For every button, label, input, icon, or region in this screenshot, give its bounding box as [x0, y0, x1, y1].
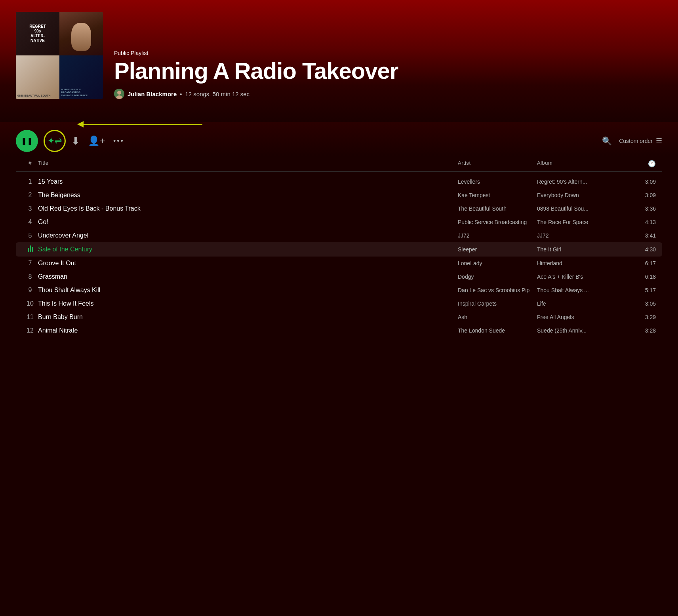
track-number: 1 [22, 178, 38, 185]
track-row[interactable]: 7Groove It OutLoneLadyHinterland6:17 [16, 257, 662, 270]
pause-icon: ❚❚ [21, 137, 33, 145]
owner-name[interactable]: Julian Blackmore [128, 91, 177, 97]
track-row[interactable]: Sale of the CenturySleeperThe It Girl4:3… [16, 242, 662, 257]
track-artist[interactable]: The London Suede [458, 327, 537, 334]
arrow-line [84, 124, 202, 125]
track-number: 5 [22, 232, 38, 239]
track-number: 8 [22, 273, 38, 280]
track-title-col: Burn Baby Burn [38, 314, 458, 321]
playlist-type: Public Playlist [114, 50, 662, 56]
track-album[interactable]: Life [537, 300, 624, 307]
track-album[interactable]: Suede (25th Anniv... [537, 327, 624, 334]
track-duration: 5:17 [624, 287, 656, 293]
track-title: Groove It Out [38, 260, 458, 267]
track-artist[interactable]: LoneLady [458, 260, 537, 266]
track-row[interactable]: 2The BeigenessKae TempestEverybody Down3… [16, 188, 662, 202]
track-title: Burn Baby Burn [38, 314, 458, 321]
shuffle-container: ✦⇌ [46, 132, 63, 150]
track-album[interactable]: The It Girl [537, 246, 624, 253]
track-title-col: Thou Shalt Always Kill [38, 287, 458, 294]
add-user-button[interactable]: 👤+ [88, 135, 105, 146]
artwork-cell-3: 0898 BEAUTIFUL SOUTH [16, 55, 59, 99]
track-artist[interactable]: Sleeper [458, 246, 537, 253]
track-album[interactable]: Ace A's + Killer B's [537, 274, 624, 280]
track-duration: 4:30 [624, 246, 656, 253]
track-title: Old Red Eyes Is Back - Bonus Track [38, 205, 458, 212]
track-title-col: Undercover Angel [38, 232, 458, 239]
track-title: Grassman [38, 273, 458, 280]
sort-icon: ☰ [656, 137, 662, 145]
track-duration: 3:36 [624, 205, 656, 212]
track-title: Sale of the Century [38, 246, 458, 253]
search-icon: 🔍 [602, 137, 612, 145]
svg-point-1 [117, 91, 121, 95]
artwork-cell-2 [59, 12, 103, 55]
more-options-button[interactable]: ••• [113, 137, 124, 145]
controls-section: ❚❚ ✦⇌ ⬇ 👤+ ••• 🔍 Custo [0, 122, 678, 156]
shuffle-icon: ✦⇌ [48, 136, 62, 146]
track-artist[interactable]: Dodgy [458, 274, 537, 280]
search-button[interactable]: 🔍 [602, 136, 612, 146]
track-title-col: Sale of the Century [38, 246, 458, 253]
track-number: 7 [22, 260, 38, 267]
page-header: REGRET90sALTER-NATIVE 0898 BEAUTIFUL SOU… [0, 0, 678, 122]
track-duration: 6:17 [624, 260, 656, 266]
track-title: Go! [38, 219, 458, 226]
track-row[interactable]: 9Thou Shalt Always KillDan Le Sac vs Scr… [16, 283, 662, 297]
track-artist[interactable]: Dan Le Sac vs Scroobius Pip [458, 287, 537, 293]
col-header-album: Album [537, 160, 624, 167]
sort-button[interactable]: Custom order ☰ [619, 137, 662, 145]
track-title: Thou Shalt Always Kill [38, 287, 458, 294]
track-title: 15 Years [38, 178, 458, 185]
track-title-col: This Is How It Feels [38, 300, 458, 307]
track-album[interactable]: 0898 Beautiful Sou... [537, 205, 624, 212]
track-row[interactable]: 12Animal NitrateThe London SuedeSuede (2… [16, 324, 662, 337]
track-row[interactable]: 115 YearsLevellersRegret: 90's Altern...… [16, 175, 662, 188]
track-duration: 3:09 [624, 179, 656, 185]
track-artist[interactable]: The Beautiful South [458, 205, 537, 212]
track-row[interactable]: 11Burn Baby BurnAshFree All Angels3:29 [16, 310, 662, 324]
download-icon: ⬇ [71, 135, 80, 147]
track-title: The Beigeness [38, 192, 458, 199]
track-title: This Is How It Feels [38, 300, 458, 307]
download-button[interactable]: ⬇ [71, 135, 80, 147]
sort-label: Custom order [619, 138, 653, 144]
track-title-col: Groove It Out [38, 260, 458, 267]
track-row[interactable]: 4Go!Public Service BroadcastingThe Race … [16, 215, 662, 229]
track-artist[interactable]: Kae Tempest [458, 192, 537, 198]
track-artist[interactable]: Levellers [458, 179, 537, 185]
track-artist[interactable]: Public Service Broadcasting [458, 219, 537, 225]
track-album[interactable]: Everybody Down [537, 192, 624, 198]
track-album[interactable]: Hinterland [537, 260, 624, 266]
track-duration: 3:05 [624, 300, 656, 307]
track-album[interactable]: JJ72 [537, 232, 624, 239]
shuffle-button[interactable]: ✦⇌ [46, 132, 63, 150]
track-album[interactable]: Regret: 90's Altern... [537, 179, 624, 185]
track-number: 9 [22, 287, 38, 294]
pause-button[interactable]: ❚❚ [16, 130, 38, 152]
track-row[interactable]: 5Undercover AngelJJ72JJ723:41 [16, 229, 662, 242]
track-title-col: Old Red Eyes Is Back - Bonus Track [38, 205, 458, 212]
track-number: 12 [22, 327, 38, 334]
track-album[interactable]: Thou Shalt Always ... [537, 287, 624, 293]
track-duration: 3:29 [624, 314, 656, 320]
track-title-col: Grassman [38, 273, 458, 280]
track-album[interactable]: The Race For Space [537, 219, 624, 225]
track-number: 4 [22, 219, 38, 226]
song-count: 12 songs, 50 min 12 sec [185, 91, 249, 97]
track-list: # Title Artist Album 🕐 115 YearsLeveller… [0, 156, 678, 337]
track-list-header: # Title Artist Album 🕐 [16, 156, 662, 172]
track-row[interactable]: 8GrassmanDodgyAce A's + Killer B's6:18 [16, 270, 662, 283]
artwork-cell-1: REGRET90sALTER-NATIVE [16, 12, 59, 55]
col-header-num: # [22, 160, 38, 167]
track-album[interactable]: Free All Angels [537, 314, 624, 320]
track-row[interactable]: 10This Is How It FeelsInspiral CarpetsLi… [16, 297, 662, 310]
playing-bars-icon [28, 245, 33, 252]
owner-avatar [114, 89, 124, 99]
tracks-container: 115 YearsLevellersRegret: 90's Altern...… [16, 175, 662, 337]
track-number [22, 245, 38, 253]
track-row[interactable]: 3Old Red Eyes Is Back - Bonus TrackThe B… [16, 202, 662, 215]
track-artist[interactable]: JJ72 [458, 232, 537, 239]
track-artist[interactable]: Ash [458, 314, 537, 320]
track-artist[interactable]: Inspiral Carpets [458, 300, 537, 307]
